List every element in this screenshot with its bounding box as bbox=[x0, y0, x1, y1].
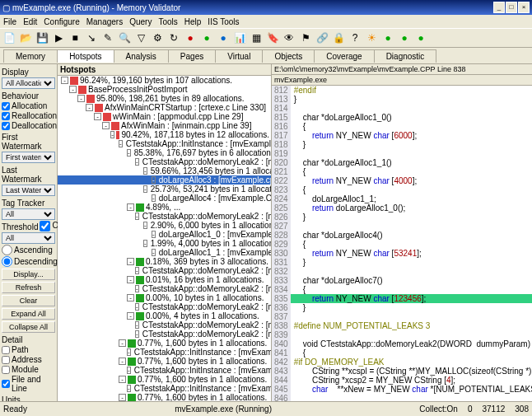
expand-icon[interactable]: - bbox=[135, 303, 139, 311]
tool-circle2-icon[interactable]: ● bbox=[397, 30, 412, 45]
expand-icon[interactable]: - bbox=[135, 321, 139, 329]
tool-circle-blue-icon[interactable]: ● bbox=[216, 30, 231, 45]
tree-node[interactable]: -96.24%, 199,160 bytes in 107 allocation… bbox=[58, 76, 271, 85]
tree-node[interactable]: -CTeststakApp::InitInstance : [mvExample… bbox=[58, 384, 271, 393]
expand-icon[interactable]: - bbox=[119, 394, 126, 401]
tool-circle3-icon[interactable]: ● bbox=[413, 30, 428, 45]
tree-node[interactable]: -CTeststakApp::doMemoryLeak2 : [mvExampl… bbox=[58, 330, 271, 339]
module-checkbox[interactable] bbox=[2, 366, 10, 374]
tab-analysis[interactable]: Analysis bbox=[114, 49, 169, 63]
tree-node[interactable]: -CTeststakApp::InitInstance : [mvExample… bbox=[58, 348, 271, 357]
tree-node[interactable]: -doLargeAlloc3 : [mvExample.cpp Line 838… bbox=[58, 175, 271, 185]
descending-radio[interactable] bbox=[2, 256, 12, 267]
tree-node[interactable]: -doLargeAlloc4 : [mvExample.CPP Line 833… bbox=[58, 194, 271, 203]
expand-icon[interactable]: - bbox=[135, 330, 139, 338]
tree-node[interactable]: -0.77%, 1,600 bytes in 1 allocations. bbox=[58, 339, 271, 348]
tree-node[interactable]: -0.77%, 1,600 bytes in 1 allocations. bbox=[58, 357, 271, 366]
expand-icon[interactable]: - bbox=[135, 158, 139, 166]
tool-chart-icon[interactable]: 📊 bbox=[232, 30, 247, 45]
close-button[interactable]: × bbox=[518, 2, 530, 13]
expand-icon[interactable]: - bbox=[135, 213, 139, 220]
tree-node[interactable]: -doLargeAlloc1_1 : [mvExample.CPP Line 8… bbox=[58, 248, 271, 257]
tree-node[interactable]: -1.99%, 4,000 bytes in 1 allocations. bbox=[58, 239, 271, 248]
maximize-button[interactable]: □ bbox=[506, 2, 517, 13]
expand-icon[interactable]: - bbox=[143, 222, 147, 229]
expand-icon[interactable]: - bbox=[110, 131, 114, 138]
file-line-checkbox[interactable] bbox=[2, 380, 10, 388]
expand-icon[interactable]: - bbox=[127, 348, 131, 356]
tool-lock-icon[interactable]: 🔒 bbox=[331, 30, 346, 45]
expand-icon[interactable]: - bbox=[143, 240, 147, 247]
tool-pencil-icon[interactable]: ✎ bbox=[100, 30, 115, 45]
expand-icon[interactable]: - bbox=[127, 367, 131, 374]
tree-node[interactable]: -0.77%, 1,600 bytes in 1 allocations. bbox=[58, 375, 271, 384]
tool-play-icon[interactable]: ▶ bbox=[51, 30, 66, 45]
display-button[interactable]: Display... bbox=[2, 269, 55, 280]
tree-node[interactable]: -BaseProcessInitPostImport bbox=[58, 85, 271, 94]
menu-tools[interactable]: Tools bbox=[158, 17, 177, 26]
tool-save-icon[interactable]: 💾 bbox=[35, 30, 49, 45]
tool-grid-icon[interactable]: ▦ bbox=[249, 30, 264, 45]
expand-all-button[interactable]: Expand All bbox=[2, 308, 55, 320]
ascending-radio[interactable] bbox=[2, 245, 12, 255]
menu-edit[interactable]: Edit bbox=[23, 17, 37, 26]
expand-icon[interactable]: - bbox=[152, 176, 156, 184]
tree-node[interactable]: -CTeststakApp::doMemoryLeak2 : [mvExampl… bbox=[58, 157, 271, 166]
tree-node[interactable]: -0.01%, 16 bytes in 1 allocations. bbox=[58, 275, 271, 284]
tab-virtual[interactable]: Virtual bbox=[215, 49, 263, 63]
tool-circle1-icon[interactable]: ● bbox=[380, 30, 395, 45]
expand-icon[interactable]: - bbox=[152, 249, 156, 256]
expand-icon[interactable]: - bbox=[119, 140, 123, 147]
expand-icon[interactable]: - bbox=[143, 185, 147, 193]
tool-tag-icon[interactable]: 🔖 bbox=[265, 30, 280, 45]
allocation-checkbox[interactable] bbox=[2, 102, 10, 110]
tree-node[interactable]: -AfxWinMain : [winmain.cpp Line 39] bbox=[58, 121, 271, 130]
tree-node[interactable]: -2.90%, 6,000 bytes in 1 allocations. bbox=[58, 221, 271, 230]
tree-node[interactable]: -95.80%, 198,261 bytes in 89 allocations… bbox=[58, 94, 271, 103]
tag-tracker-select[interactable]: All bbox=[2, 208, 55, 220]
expand-icon[interactable]: - bbox=[127, 276, 134, 283]
expand-icon[interactable]: - bbox=[119, 339, 126, 347]
expand-icon[interactable]: - bbox=[102, 122, 110, 129]
expand-icon[interactable]: - bbox=[77, 95, 85, 102]
minimize-button[interactable]: _ bbox=[493, 2, 505, 13]
tree-node[interactable]: -CTeststakApp::doMemoryLeak2 : [mvExampl… bbox=[58, 302, 271, 311]
refresh-button[interactable]: Refresh bbox=[2, 282, 55, 293]
tool-new-icon[interactable]: 📄 bbox=[2, 30, 16, 45]
last-watermark-select[interactable]: Last Watermark bbox=[2, 185, 55, 196]
expand-icon[interactable]: - bbox=[152, 194, 156, 202]
tool-stop-icon[interactable]: ■ bbox=[68, 30, 82, 45]
expand-icon[interactable]: - bbox=[135, 285, 139, 292]
expand-icon[interactable]: - bbox=[143, 167, 147, 175]
tree-node[interactable]: -0.00%, 10 bytes in 1 allocations. bbox=[58, 293, 271, 302]
tool-refresh-icon[interactable]: ↻ bbox=[166, 30, 181, 45]
expand-icon[interactable]: - bbox=[119, 358, 126, 365]
tool-arrow-icon[interactable]: ↘ bbox=[84, 30, 99, 45]
expand-icon[interactable]: - bbox=[127, 294, 134, 301]
address-checkbox[interactable] bbox=[2, 356, 10, 364]
tab-objects[interactable]: Objects bbox=[262, 49, 315, 63]
source-view[interactable]: 8128138148158168178188198208218228238248… bbox=[272, 86, 532, 401]
tree-node[interactable]: -85.38%, 176,697 bytes in 6 allocations. bbox=[58, 148, 271, 157]
deallocation-checkbox[interactable] bbox=[2, 122, 10, 130]
tool-circle-green-icon[interactable]: ● bbox=[199, 30, 214, 45]
tab-diagnostic[interactable]: Diagnostic bbox=[374, 49, 437, 63]
threshold-select[interactable]: All bbox=[2, 232, 55, 244]
expand-icon[interactable]: - bbox=[94, 113, 101, 120]
tree-node[interactable]: -CTeststakApp::doMemoryLeak2 : [mvExampl… bbox=[58, 212, 271, 221]
tool-help-icon[interactable]: ? bbox=[348, 30, 362, 45]
display-select[interactable]: All Allocations bbox=[2, 77, 55, 89]
tree-node[interactable]: -CTeststakApp::InitInstance : [mvExample… bbox=[58, 366, 271, 375]
collapse-all-button[interactable]: Collapse All bbox=[2, 321, 55, 333]
expand-icon[interactable]: - bbox=[61, 77, 68, 84]
tool-open-icon[interactable]: 📂 bbox=[18, 30, 33, 45]
tree-node[interactable]: -CTeststakApp::InitInstance : [mvExample… bbox=[58, 139, 271, 148]
first-watermark-select[interactable]: First watermark bbox=[2, 152, 55, 163]
hotspots-tree[interactable]: Hotspots -96.24%, 199,160 bytes in 107 a… bbox=[58, 64, 272, 401]
tree-node[interactable]: -CTeststakApp::doMemoryLeak2 : [mvExampl… bbox=[58, 320, 271, 330]
expand-icon[interactable]: - bbox=[127, 149, 131, 157]
tool-circle-red-icon[interactable]: ● bbox=[183, 30, 198, 45]
expand-icon[interactable]: - bbox=[119, 376, 126, 383]
expand-icon[interactable]: - bbox=[152, 231, 156, 238]
tab-pages[interactable]: Pages bbox=[168, 49, 216, 63]
